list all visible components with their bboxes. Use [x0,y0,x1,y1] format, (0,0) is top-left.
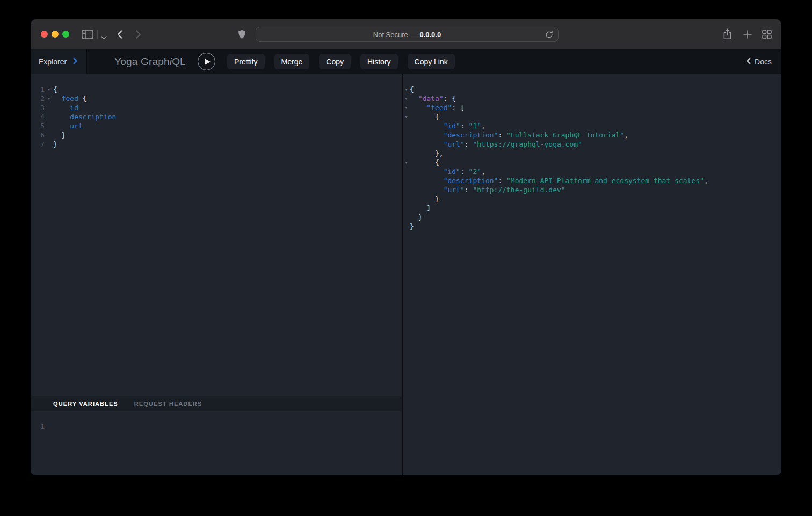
fold-arrow-icon[interactable]: ▾ [403,94,410,103]
security-label: Not Secure — [373,31,417,39]
reload-button[interactable] [545,31,553,40]
code-text: }, [410,149,444,158]
code-line: } [403,222,781,231]
browser-window: Not Secure —0.0.0.0 [31,19,781,475]
code-line: } [403,213,781,222]
back-button[interactable] [117,30,122,40]
fold-spacer [403,185,410,194]
code-line: "id": "1", [403,121,781,130]
fold-arrow-icon[interactable]: ▾ [45,94,53,103]
share-icon [723,28,732,41]
fold-arrow-icon[interactable]: ▾ [403,112,410,121]
fold-spacer [403,222,410,231]
code-text: } [53,140,57,149]
share-button[interactable] [723,28,732,41]
sidebar-toggle-button[interactable] [82,30,93,41]
code-text: } [410,222,414,231]
code-line: 7} [31,140,402,149]
app-logo: Yoga GraphiQL [114,56,183,68]
line-number: 4 [31,112,45,121]
shield-icon [238,30,246,41]
code-text: "id": "1", [410,121,485,130]
new-tab-button[interactable] [743,30,752,41]
tab-request-headers[interactable]: REQUEST HEADERS [134,401,202,407]
chevron-left-icon [746,57,751,67]
result-viewer: ▾{▾ "data": {▾ "feed": [▾ { "id": "1", "… [403,74,781,475]
code-line: ] [403,204,781,213]
code-text: } [410,213,422,222]
code-line: 3 id [31,103,402,112]
fold-spacer [403,194,410,204]
code-text: { [410,158,439,167]
query-variables-editor[interactable]: 1 [31,411,402,475]
code-line: "url": "https://graphql-yoga.com" [403,140,781,149]
tab-query-variables[interactable]: QUERY VARIABLES [53,401,118,407]
toolbar-separator [97,30,98,39]
code-text: } [410,194,439,204]
code-line: } [403,194,781,204]
code-text: "id": "2", [410,167,485,176]
history-button[interactable]: History [360,54,398,69]
bottom-panel-tabs: QUERY VARIABLES REQUEST HEADERS [31,396,402,411]
fold-spacer [403,121,410,130]
code-line: 1▾{ [31,85,402,94]
line-number: 6 [31,130,45,140]
fold-spacer [403,130,410,140]
fold-spacer [45,130,53,140]
copy-link-button[interactable]: Copy Link [408,54,455,69]
tab-overview-button[interactable] [762,30,772,41]
execute-query-button[interactable] [198,53,215,70]
fold-arrow-icon[interactable]: ▾ [403,158,410,167]
plus-icon [743,30,752,41]
code-text: } [53,130,66,140]
merge-button[interactable]: Merge [274,54,310,69]
fold-arrow-icon[interactable]: ▾ [403,85,410,94]
traffic-lights [41,31,69,38]
logo-prefix: Yoga Graph [114,56,170,67]
privacy-report-button[interactable] [238,30,246,41]
back-icon [117,30,122,40]
address-bar-text: Not Secure —0.0.0.0 [373,31,441,39]
code-text: url [53,121,83,130]
close-window-button[interactable] [41,31,48,38]
chevron-down-icon [101,33,107,41]
code-text: id [53,103,78,112]
sidebar-options-button[interactable] [101,33,107,41]
code-text: { [53,85,57,94]
toolbar-button-group: Prettify Merge Copy History Copy Link [227,54,455,69]
code-text: { [410,85,414,94]
fold-spacer [403,204,410,213]
code-text: feed { [53,94,87,103]
code-line: "description": "Modern API Platform and … [403,176,781,185]
reload-icon [545,31,553,40]
fold-arrow-icon[interactable]: ▾ [45,85,53,94]
docs-toggle-button[interactable]: Docs [746,49,772,74]
code-text: "feed": [ [410,103,465,112]
forward-button[interactable] [136,30,141,40]
copy-button[interactable]: Copy [319,54,351,69]
tab-overview-icon [762,30,772,41]
explorer-label: Explorer [39,57,67,66]
fold-spacer [45,121,53,130]
code-line: "description": "Fullstack GraphQL Tutori… [403,130,781,140]
code-line: ▾ "data": { [403,94,781,103]
code-text: "url": "https://graphql-yoga.com" [410,140,582,149]
prettify-button[interactable]: Prettify [227,54,265,69]
forward-icon [136,30,141,40]
zoom-window-button[interactable] [62,31,69,38]
minimize-window-button[interactable] [52,31,59,38]
code-line: 1 [31,422,402,431]
code-text: ] [410,204,431,213]
fold-arrow-icon[interactable]: ▾ [403,103,410,112]
code-line: }, [403,149,781,158]
code-line: ▾{ [403,85,781,94]
query-editor[interactable]: 1▾{2▾ feed {3 id4 description5 url6 }7} [31,74,402,396]
explorer-toggle-button[interactable]: Explorer [31,49,87,74]
code-line: 4 description [31,112,402,121]
code-line: 2▾ feed { [31,94,402,103]
browser-chrome: Not Secure —0.0.0.0 [31,19,781,49]
code-line: ▾ { [403,112,781,121]
code-line: 6 } [31,130,402,140]
address-host: 0.0.0.0 [419,31,441,39]
address-bar[interactable]: Not Secure —0.0.0.0 [256,27,559,42]
